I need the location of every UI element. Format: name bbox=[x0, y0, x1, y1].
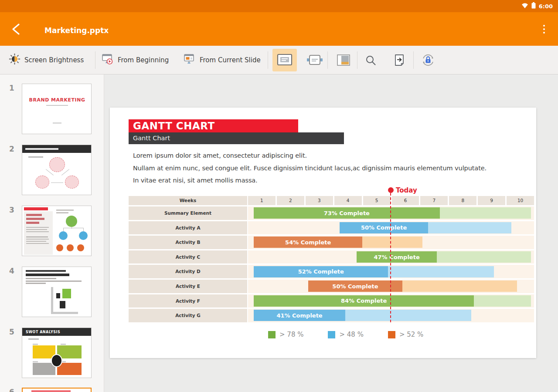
gantt-row: Activity B54% Complete bbox=[129, 236, 534, 249]
back-arrow-icon[interactable] bbox=[8, 21, 24, 37]
week-number: 4 bbox=[334, 196, 362, 205]
week-number: 10 bbox=[507, 196, 534, 205]
gantt-bar-progress: 54% Complete bbox=[254, 237, 362, 248]
toolbar-divider bbox=[268, 51, 268, 69]
gantt-bar-label: 84% Complete bbox=[341, 297, 387, 304]
content-area: 1 BRAND MARKETING 2 3 bbox=[0, 74, 558, 392]
status-clock: 6:00 bbox=[539, 3, 553, 10]
thumb1-title: BRAND MARKETING bbox=[22, 97, 92, 103]
gantt-row: Activity F84% Complete bbox=[129, 294, 534, 308]
status-bar: 6:00 bbox=[0, 0, 558, 12]
gantt-row-label: Summary Element bbox=[129, 206, 247, 220]
play-from-beginning-icon bbox=[101, 53, 114, 67]
gantt-rows: Summary Element73% CompleteActivity A50%… bbox=[129, 206, 534, 322]
toolbar-divider bbox=[327, 51, 328, 69]
slide-number: 2 bbox=[6, 145, 17, 153]
continuous-view-icon[interactable] bbox=[304, 49, 326, 71]
gantt-bar-progress: 41% Complete bbox=[254, 310, 345, 321]
gantt-row-label: Activity A bbox=[129, 221, 247, 235]
gantt-bar-label: 52% Complete bbox=[298, 268, 344, 275]
go-to-page-icon[interactable] bbox=[390, 49, 409, 71]
gantt-bar-progress: 73% Complete bbox=[254, 207, 439, 219]
gantt-bar-label: 73% Complete bbox=[324, 210, 370, 216]
gantt-row: Activity E50% Complete bbox=[129, 280, 534, 293]
rotation-lock-icon[interactable] bbox=[418, 49, 439, 71]
gantt-row-label: Activity D bbox=[129, 265, 247, 278]
gantt-row-track: 50% Complete bbox=[248, 280, 534, 293]
slide-thumbnail-4[interactable] bbox=[22, 267, 92, 317]
toolbar-divider bbox=[357, 51, 357, 69]
gantt-row-track: 52% Complete bbox=[248, 265, 534, 278]
gantt-row: Summary Element73% Complete bbox=[129, 206, 534, 220]
slide-number: 6 bbox=[6, 388, 17, 392]
gantt-week-row: 12345678910 bbox=[248, 196, 534, 205]
legend-item: > 48 % bbox=[328, 331, 363, 338]
legend-swatch bbox=[328, 331, 335, 338]
gantt-row-track: 50% Complete bbox=[248, 221, 534, 235]
slide-title: GANTT CHART bbox=[129, 119, 298, 132]
slide-thumbnail-1[interactable]: BRAND MARKETING bbox=[22, 84, 92, 134]
wifi-icon bbox=[521, 2, 528, 10]
slide-number: 5 bbox=[6, 328, 17, 336]
gantt-row-label: Activity E bbox=[129, 280, 247, 293]
slide-viewer: GANTT CHART Gantt Chart Lorem ipsum dolo… bbox=[104, 74, 558, 392]
notes-view-icon[interactable] bbox=[331, 49, 356, 71]
gantt-bar-progress: 47% Complete bbox=[357, 251, 437, 263]
legend-label: > 78 % bbox=[279, 331, 303, 338]
slide-canvas: GANTT CHART Gantt Chart Lorem ipsum dolo… bbox=[110, 108, 536, 358]
gantt-bar-progress: 84% Complete bbox=[254, 295, 474, 307]
gantt-row-label: Activity F bbox=[129, 294, 247, 308]
toolbar: Screen Brightness From Beginning bbox=[0, 46, 558, 74]
gantt-row-track: 54% Complete bbox=[248, 236, 534, 249]
gantt-bar-label: 50% Complete bbox=[361, 224, 407, 231]
today-pin bbox=[388, 187, 394, 193]
gantt-weeks-header: Weeks bbox=[129, 196, 247, 205]
gantt-bar-progress: 50% Complete bbox=[308, 280, 402, 292]
week-number: 9 bbox=[478, 196, 505, 205]
body-line: In vitae erat nisi, sit amet mollis mass… bbox=[133, 174, 487, 187]
gantt-row: Activity G41% Complete bbox=[129, 309, 534, 322]
today-line bbox=[390, 193, 391, 322]
legend-item: > 52 % bbox=[388, 331, 423, 338]
play-from-current-icon bbox=[183, 53, 196, 67]
legend-label: > 52 % bbox=[399, 331, 423, 338]
week-number: 6 bbox=[392, 196, 419, 205]
week-number: 8 bbox=[449, 196, 476, 205]
gantt-row-label: Activity C bbox=[129, 250, 247, 264]
slide-thumbnail-2[interactable] bbox=[22, 145, 92, 195]
legend-label: > 48 % bbox=[339, 331, 363, 338]
gantt-bar-label: 41% Complete bbox=[276, 312, 322, 319]
slide-number: 4 bbox=[6, 267, 17, 275]
document-title: Marketing.pptx bbox=[44, 26, 109, 35]
slide-body-text: Lorem ipsum dolor sit amet, consectetur … bbox=[133, 149, 487, 187]
gantt-row-label: Activity G bbox=[129, 309, 247, 322]
gantt-row: Activity A50% Complete bbox=[129, 221, 534, 235]
gantt-bar-progress: 52% Complete bbox=[254, 266, 388, 277]
slide-thumbnail-5[interactable]: SWOT ANALYSIS bbox=[22, 328, 92, 378]
presentation-viewer-app: 6:00 Marketing.pptx bbox=[0, 0, 558, 392]
slide-number: 1 bbox=[6, 84, 17, 92]
today-label: Today bbox=[396, 186, 417, 194]
screen-brightness-button[interactable]: Screen Brightness bbox=[9, 46, 84, 74]
slide-thumbnail-6[interactable] bbox=[22, 388, 92, 392]
from-beginning-button[interactable]: From Beginning bbox=[101, 46, 169, 74]
gantt-header-row: Weeks 12345678910 bbox=[129, 196, 534, 205]
gantt-bar-label: 50% Complete bbox=[332, 283, 378, 290]
app-bar: Marketing.pptx bbox=[0, 12, 558, 46]
gantt-legend: > 78 %> 48 %> 52 % bbox=[268, 331, 423, 338]
body-line: Lorem ipsum dolor sit amet, consectetur … bbox=[133, 149, 487, 162]
gantt-row-track: 73% Complete bbox=[248, 206, 534, 220]
week-number: 3 bbox=[306, 196, 333, 205]
slide-subtitle: Gantt Chart bbox=[129, 132, 344, 144]
overflow-menu-icon[interactable] bbox=[540, 22, 548, 36]
gantt-bar-progress: 50% Complete bbox=[340, 222, 428, 233]
single-slide-view-icon[interactable] bbox=[272, 49, 297, 71]
slide-thumbnail-3[interactable] bbox=[22, 206, 92, 256]
toolbar-divider bbox=[95, 51, 95, 69]
gantt-bar-label: 54% Complete bbox=[285, 239, 331, 246]
from-current-slide-button[interactable]: From Current Slide bbox=[183, 46, 261, 74]
brightness-icon bbox=[9, 53, 20, 67]
search-icon[interactable] bbox=[361, 49, 380, 71]
week-number: 5 bbox=[363, 196, 391, 205]
legend-swatch bbox=[268, 331, 276, 338]
